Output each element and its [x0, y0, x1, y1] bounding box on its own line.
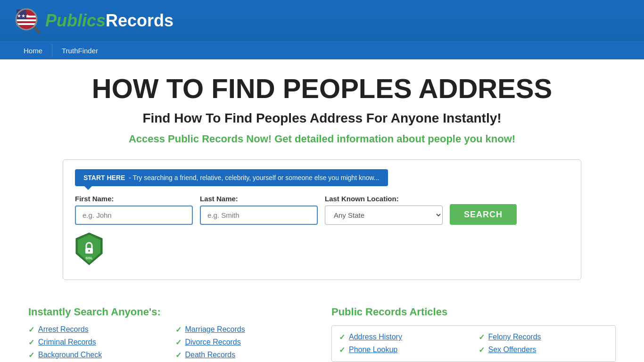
- start-tooltip: START HERE - Try searching a friend, rel…: [75, 169, 388, 186]
- last-name-group: Last Name:: [200, 195, 318, 225]
- list-item: ✓ Address History: [339, 333, 469, 342]
- logo-publics: Publics: [45, 11, 106, 30]
- list-item: ✓ Phone Lookup: [339, 346, 469, 354]
- articles-box: ✓ Address History ✓ Felony Records ✓ Pho…: [331, 325, 616, 362]
- check-icon: ✓: [28, 338, 34, 347]
- list-item: ✓ Death Records: [175, 351, 313, 360]
- last-name-label: Last Name:: [200, 195, 318, 203]
- address-history-link[interactable]: Address History: [349, 333, 402, 341]
- logo[interactable]: ★★★ PublicsRecords: [14, 7, 173, 34]
- nav-home[interactable]: Home: [14, 42, 52, 59]
- check-icon: ✓: [28, 325, 34, 334]
- check-icon: ✓: [339, 333, 345, 342]
- criminal-records-link[interactable]: Criminal Records: [38, 338, 96, 346]
- first-name-input[interactable]: [75, 206, 193, 225]
- svg-line-7: [34, 27, 40, 33]
- phone-lookup-link[interactable]: Phone Lookup: [349, 346, 397, 354]
- left-section-title: Instantly Search Anyone's:: [28, 306, 313, 318]
- nav-truthfinder[interactable]: TruthFinder: [52, 42, 107, 59]
- bottom-section: Instantly Search Anyone's: ✓ Arrest Reco…: [0, 294, 644, 362]
- first-name-label: First Name:: [75, 195, 193, 203]
- articles-grid: ✓ Address History ✓ Felony Records ✓ Pho…: [339, 333, 608, 354]
- logo-records: Records: [106, 11, 173, 30]
- background-check-link[interactable]: Background Check: [38, 351, 102, 359]
- search-container: START HERE - Try searching a friend, rel…: [63, 159, 581, 280]
- location-label: Last Known Location:: [325, 195, 443, 203]
- check-icon: ✓: [175, 351, 182, 360]
- search-fields: First Name: Last Name: Last Known Locati…: [75, 195, 569, 225]
- records-list: ✓ Arrest Records ✓ Marriage Records ✓ Cr…: [28, 325, 313, 362]
- navigation: Home TruthFinder: [0, 41, 644, 59]
- logo-text: PublicsRecords: [45, 11, 173, 31]
- bottom-right: Public Records Articles ✓ Address Histor…: [331, 306, 616, 362]
- list-item: ✓ Background Check: [28, 351, 166, 360]
- last-name-input[interactable]: [200, 206, 318, 225]
- list-item: ✓ Felony Records: [479, 333, 609, 342]
- right-section-title: Public Records Articles: [331, 306, 616, 318]
- tooltip-message: - Try searching a friend, relative, cele…: [127, 174, 379, 181]
- arrest-records-link[interactable]: Arrest Records: [38, 325, 89, 334]
- ssl-badge: SSL: [75, 232, 103, 266]
- svg-point-12: [88, 250, 90, 252]
- state-select[interactable]: Any State AlabamaAlaskaArizona ArkansasC…: [325, 206, 443, 225]
- list-item: ✓ Criminal Records: [28, 338, 166, 347]
- cta-text: Access Public Records Now! Get detailed …: [28, 133, 616, 145]
- ssl-shield-icon: SSL: [75, 232, 103, 266]
- list-item: ✓ Marriage Records: [175, 325, 313, 334]
- page-title: HOW TO FIND PEOPLES ADDRESS: [28, 74, 616, 104]
- check-icon: ✓: [175, 325, 182, 334]
- header: ★★★ PublicsRecords: [0, 0, 644, 41]
- check-icon: ✓: [28, 351, 34, 360]
- start-here-label: START HERE: [83, 174, 125, 181]
- check-icon: ✓: [175, 338, 182, 347]
- svg-rect-3: [17, 19, 36, 21]
- list-item: ✓ Arrest Records: [28, 325, 166, 334]
- check-icon: ✓: [479, 346, 485, 354]
- svg-text:SSL: SSL: [85, 256, 93, 260]
- death-records-link[interactable]: Death Records: [185, 351, 236, 359]
- first-name-group: First Name:: [75, 195, 193, 225]
- check-icon: ✓: [339, 346, 345, 354]
- svg-text:★★★: ★★★: [17, 13, 30, 18]
- sex-offenders-link[interactable]: Sex Offenders: [488, 346, 537, 354]
- location-group: Last Known Location: Any State AlabamaAl…: [325, 195, 443, 225]
- bottom-left: Instantly Search Anyone's: ✓ Arrest Reco…: [28, 306, 313, 362]
- list-item: ✓ Sex Offenders: [479, 346, 609, 354]
- list-item: ✓ Divorce Records: [175, 338, 313, 347]
- felony-records-link[interactable]: Felony Records: [488, 333, 541, 341]
- divorce-records-link[interactable]: Divorce Records: [185, 338, 241, 346]
- search-button[interactable]: SEARCH: [450, 204, 517, 225]
- svg-rect-4: [17, 23, 36, 25]
- main-content: HOW TO FIND PEOPLES ADDRESS Find How To …: [0, 59, 644, 294]
- logo-icon: ★★★: [14, 7, 41, 34]
- check-icon: ✓: [479, 333, 485, 342]
- page-subtitle: Find How To Find Peoples Address For Any…: [28, 111, 616, 126]
- marriage-records-link[interactable]: Marriage Records: [185, 325, 245, 334]
